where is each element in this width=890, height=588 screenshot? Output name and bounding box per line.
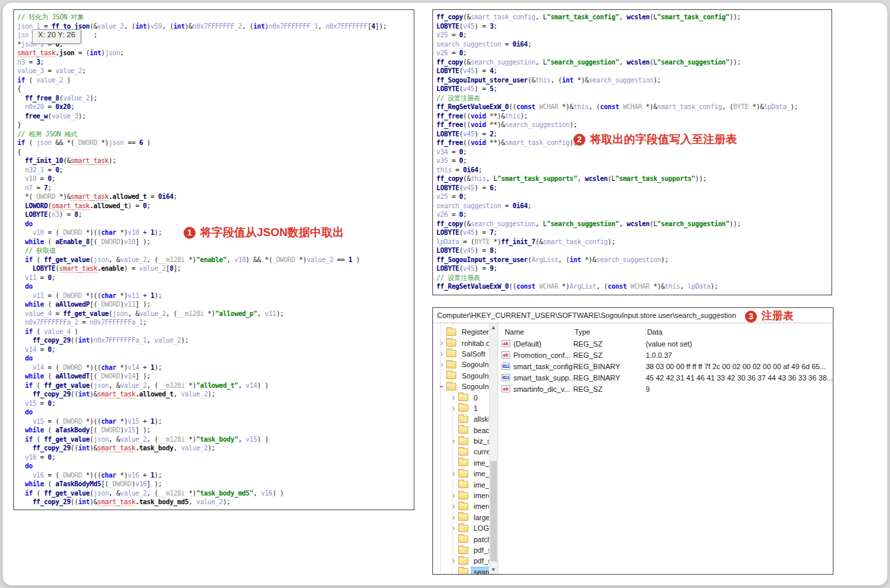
chevron-right-icon[interactable]: › xyxy=(449,556,458,565)
tree-item-SogouInput[interactable]: ›SogouInput xyxy=(433,359,498,370)
chevron-right-icon[interactable]: › xyxy=(449,502,458,511)
code-line[interactable]: v11 = (_DWORD *)((char *)v11 + 1); xyxy=(17,291,414,301)
value-name[interactable]: smart_task_supp... xyxy=(514,374,573,382)
scroll-up-icon[interactable]: ▲ xyxy=(490,325,498,331)
code-line[interactable]: // 设置注册表 xyxy=(436,273,831,283)
tree-item-RegisteredApplications[interactable]: ›RegisteredApplications xyxy=(433,327,498,337)
tree-item-label[interactable]: SalSoft xyxy=(460,349,487,359)
code-line[interactable]: if ( json && *(_DWORD *)json == 6 ) xyxy=(17,138,414,148)
tree-item-pdf_statistics[interactable]: ›pdf_statistics xyxy=(433,545,498,555)
code-line[interactable]: search_suggestion = 0i64; xyxy=(436,202,831,211)
code-line[interactable]: if ( ff_get_value(json, &value_2, (__m12… xyxy=(17,489,414,498)
code-line[interactable]: v34 = 0; xyxy=(436,148,831,157)
code-line[interactable]: ff_free((void **)&this); xyxy=(436,112,831,121)
code-line[interactable]: ff_init_10(&smart_task); xyxy=(17,156,414,166)
tree-item-allskin_statusiconstatis[interactable]: ›allskin_statusiconstatis xyxy=(433,414,498,424)
column-header-name[interactable]: Name xyxy=(498,328,573,336)
code-line[interactable]: // 转化为 JSON 对象 xyxy=(17,13,414,22)
code-line[interactable]: LOBYTE(v45) = 9; xyxy=(436,264,831,273)
tree-item-label[interactable]: 0 xyxy=(472,393,480,402)
code-line[interactable]: n0x20 = 0x20; xyxy=(17,102,414,112)
code-line[interactable]: ff_copy(&search_suggestion, L"search_sug… xyxy=(436,220,831,229)
tree-item-SalSoft[interactable]: ›SalSoft xyxy=(433,349,498,359)
tree-item-SogouInput.store.user[interactable]: ›SogouInput.store.user xyxy=(433,381,498,392)
code-line[interactable]: free_w(value_3); xyxy=(17,112,414,121)
tree-item-patchupgrade[interactable]: ›patchupgrade xyxy=(433,533,498,544)
code-line[interactable]: // 获取值 xyxy=(17,246,414,255)
code-line[interactable]: value_3 = value_2; xyxy=(17,67,414,76)
chevron-right-icon[interactable]: › xyxy=(449,404,458,413)
code-line[interactable]: ff_copy_29((int)&smart_task.task_body_md… xyxy=(17,498,414,507)
code-line[interactable]: v16 = (_DWORD *)((char *)v16 + 1); xyxy=(17,471,414,480)
code-line[interactable]: { xyxy=(17,148,414,157)
column-header-type[interactable]: Type xyxy=(573,328,646,336)
code-line[interactable]: ff_free((void **)&search_suggestion); xyxy=(436,120,831,130)
code-line[interactable]: LOBYTE(v45) = 5; xyxy=(436,84,831,94)
code-line[interactable]: LOBYTE(smart_task.enable) = value_2[8]; xyxy=(17,264,414,273)
registry-value-row[interactable]: absmartinfo_dic_v...REG_SZ9 xyxy=(498,383,833,394)
code-line[interactable]: ff_copy_29((int)&smart_task.task_body, v… xyxy=(17,444,414,453)
code-line[interactable]: v25 = 0; xyxy=(436,31,831,40)
tree-item-biz_shellext[interactable]: ›biz_shellext xyxy=(433,436,498,446)
scrollbar-thumb[interactable] xyxy=(490,461,497,561)
value-name[interactable]: smartinfo_dic_v... xyxy=(514,385,573,393)
chevron-right-icon[interactable]: › xyxy=(449,523,458,533)
code-line[interactable]: { xyxy=(17,84,414,94)
tree-item-ime_pop_info[interactable]: ›ime_pop_info xyxy=(433,468,498,479)
code-line[interactable]: ff_copy(&this, L"smart_task_supports", w… xyxy=(436,174,831,184)
tree-scrollbar[interactable]: ▲ ▼ xyxy=(489,323,498,574)
value-name[interactable]: Promotion_conf... xyxy=(514,351,573,359)
chevron-right-icon[interactable]: › xyxy=(449,469,458,478)
code-line[interactable]: do xyxy=(17,462,414,471)
tree-item-beacon_main_switch[interactable]: ›beacon_main_switch xyxy=(433,425,498,436)
code-line[interactable]: v35 = 0; xyxy=(436,156,831,166)
tree-item-rohitab.com[interactable]: ›rohitab.com xyxy=(433,337,498,348)
code-line[interactable]: if ( ff_get_value(json, &value_2, (__m12… xyxy=(17,255,414,265)
code-line[interactable]: // 设置注册表 xyxy=(436,94,831,103)
code-line[interactable]: search_suggestion = 0i64; xyxy=(436,40,831,49)
chevron-right-icon[interactable]: › xyxy=(449,393,458,402)
tree-item-SogouInput.ppup[interactable]: ›SogouInput.ppup xyxy=(433,370,498,381)
code-line[interactable]: this = 0i64; xyxy=(436,166,831,175)
code-line[interactable]: LOBYTE(v45) = 3; xyxy=(436,22,831,31)
chevron-right-icon[interactable]: › xyxy=(449,436,458,446)
code-line[interactable]: if ( value_4 ) xyxy=(17,327,414,337)
tree-item-search_suggestion[interactable]: ›search_suggestion xyxy=(433,567,498,574)
chevron-down-icon[interactable]: › xyxy=(437,382,446,391)
code-line[interactable]: LOWORD(smart_task.allowed_t) = 0; xyxy=(17,202,414,211)
code-line[interactable]: ff_RegSetValueExW_0((const WCHAR *)ArgLi… xyxy=(436,282,831,291)
code-line[interactable]: if ( ff_get_value(json, &value_2, (__m12… xyxy=(17,435,414,444)
code-line[interactable]: ff_copy(&smart_task_config, L"smart_task… xyxy=(436,13,831,22)
chevron-right-icon[interactable]: › xyxy=(449,513,458,522)
code-line[interactable]: v16 = 0; xyxy=(17,453,414,462)
column-header-data[interactable]: Data xyxy=(646,328,833,336)
tree-item-imereportrealtime[interactable]: ›imereportrealtime xyxy=(433,501,498,512)
code-line[interactable]: ff_copy_29((int)&smart_task.allowed_t, v… xyxy=(17,390,414,399)
tree-item-imereportdaily[interactable]: ›imereportdaily xyxy=(433,490,498,501)
code-line[interactable]: v26 = 0; xyxy=(436,210,831,220)
code-line[interactable]: ff_free_8(value_2); xyxy=(17,94,414,103)
code-line[interactable]: while ( aAllowedP[(_DWORD)v11] ); xyxy=(17,300,414,309)
code-line[interactable]: ff_SogouInput_store_user(ArgList, (int *… xyxy=(436,255,831,265)
chevron-right-icon[interactable]: › xyxy=(437,360,446,369)
value-name[interactable]: (Default) xyxy=(514,340,573,348)
code-line[interactable]: if ( ff_get_value(json, &value_2, (__m12… xyxy=(17,381,414,390)
code-line[interactable]: v15 = 0; xyxy=(17,399,414,408)
code-line[interactable]: LOBYTE(v45) = 4; xyxy=(436,67,831,76)
registry-value-row[interactable]: 011smart_task_supp...REG_BINARY45 42 42 … xyxy=(498,372,833,383)
tree-item-ime_qimei[interactable]: ›ime_qimei xyxy=(433,479,498,490)
code-line[interactable]: v25 = 0; xyxy=(436,192,831,202)
code-line[interactable]: do xyxy=(17,408,414,417)
chevron-right-icon[interactable]: › xyxy=(449,491,458,500)
code-line[interactable]: v11 = 0; xyxy=(17,273,414,283)
tree-item-currency_tip[interactable]: ›currency_tip xyxy=(433,446,498,457)
code-line[interactable]: ff_copy(&search_suggestion, L"search_sug… xyxy=(436,58,831,67)
code-line[interactable]: v26 = 0; xyxy=(436,49,831,58)
code-line[interactable]: do xyxy=(17,354,414,363)
code-line[interactable]: n3 = 3; xyxy=(17,58,414,67)
tree-item-LOG[interactable]: ›LOG xyxy=(433,523,498,533)
code-line[interactable]: n32_1 = 0; xyxy=(17,166,414,175)
code-line[interactable]: n0x7FFFFFFFa_2 = n0x7FFFFFFFa_1; xyxy=(17,318,414,327)
value-name[interactable]: smart_task_config xyxy=(514,363,573,370)
code-line[interactable]: while ( aAllowedT[(_DWORD)v14] ); xyxy=(17,372,414,381)
